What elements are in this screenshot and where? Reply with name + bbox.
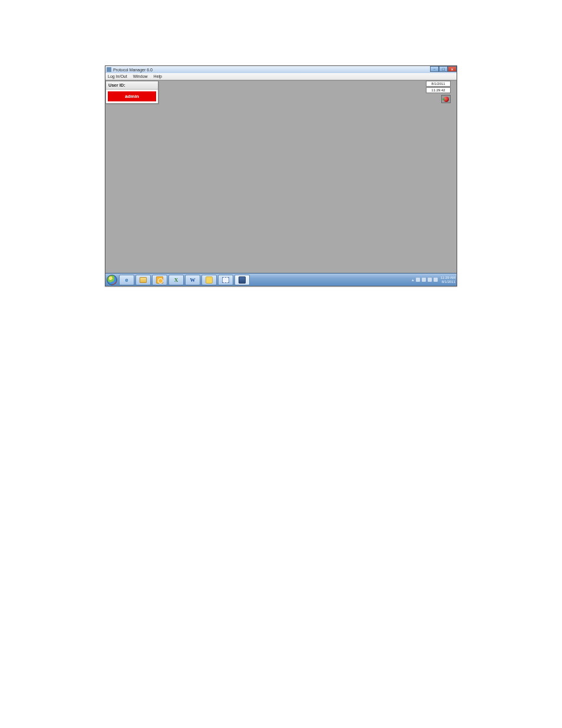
taskbar-explorer[interactable] [135, 275, 151, 285]
start-button[interactable] [107, 275, 117, 285]
status-indicator[interactable] [441, 95, 451, 103]
user-id-label: User ID: [106, 81, 158, 90]
windows-taskbar: e X W ▴ 11:29 AM 8/1/2011 [105, 273, 457, 286]
tray-flag-icon[interactable] [416, 278, 420, 282]
tray-icons[interactable]: ▴ [412, 278, 438, 282]
outlook-icon [156, 276, 163, 284]
system-tray: ▴ 11:29 AM 8/1/2011 [412, 274, 455, 286]
taskbar-ie[interactable]: e [119, 275, 134, 285]
client-area: User ID: admin 8/1/2011 11:29:42 [105, 80, 457, 273]
window-titlebar[interactable]: Protocol Manager 6.0 – ☐ ✕ [105, 66, 457, 73]
menu-help[interactable]: Help [154, 74, 162, 78]
window-title: Protocol Manager 6.0 [113, 68, 153, 72]
taskbar-snip[interactable] [218, 275, 233, 285]
excel-icon: X [174, 277, 178, 283]
tray-clock[interactable]: 11:29 AM 8/1/2011 [441, 276, 455, 284]
tray-arrow-icon[interactable]: ▴ [412, 278, 414, 282]
taskbar-excel[interactable]: X [168, 275, 184, 285]
taskbar-word[interactable]: W [185, 275, 200, 285]
taskbar-outlook[interactable] [152, 275, 167, 285]
tray-time: 11:29 AM [441, 276, 455, 280]
taskbar-protocol-manager[interactable] [234, 275, 250, 285]
sticky-notes-icon [206, 276, 213, 284]
desktop-screenshot: Protocol Manager 6.0 – ☐ ✕ Log In/Out Wi… [105, 65, 457, 286]
tray-power-icon[interactable] [434, 278, 438, 282]
status-date: 8/1/2011 [426, 81, 451, 87]
ie-icon: e [125, 277, 128, 283]
app-icon [107, 67, 111, 72]
close-button[interactable]: ✕ [448, 66, 457, 72]
tray-date: 8/1/2011 [441, 280, 455, 284]
snipping-tool-icon [222, 277, 229, 283]
protocol-manager-icon [239, 276, 246, 284]
menu-bar: Log In/Out Window Help [105, 73, 457, 80]
word-icon: W [190, 277, 196, 283]
user-id-panel: User ID: admin [105, 81, 158, 104]
user-id-value: admin [108, 91, 156, 101]
status-stack: 8/1/2011 11:29:42 [426, 81, 451, 103]
status-indicator-icon [444, 97, 449, 102]
status-time: 11:29:42 [426, 87, 451, 93]
maximize-button[interactable]: ☐ [439, 66, 448, 72]
menu-log-in-out[interactable]: Log In/Out [108, 74, 127, 78]
tray-volume-icon[interactable] [428, 278, 432, 282]
minimize-button[interactable]: – [430, 66, 439, 72]
taskbar-sticky[interactable] [201, 275, 217, 285]
window-controls: – ☐ ✕ [430, 66, 457, 72]
tray-network-icon[interactable] [422, 278, 426, 282]
folder-icon [140, 277, 147, 283]
menu-window[interactable]: Window [133, 74, 148, 78]
